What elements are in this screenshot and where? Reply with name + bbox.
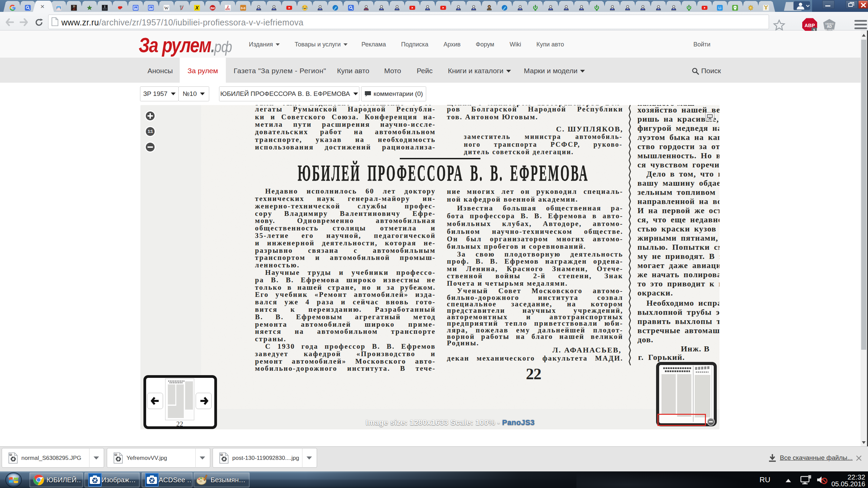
svg-text:X: X (195, 5, 199, 11)
svg-text:W: W (164, 5, 169, 11)
svg-text:JPG: JPG (9, 454, 13, 456)
svg-text:ВИ: ВИ (211, 6, 215, 10)
svg-text:ABP: ABP (805, 23, 815, 28)
svg-text:JPG: JPG (220, 454, 223, 456)
svg-text:JPG: JPG (114, 454, 118, 456)
svg-text:BERG: BERG (225, 8, 231, 11)
svg-text:AD: AD (827, 25, 832, 28)
svg-text:0-0: 0-0 (241, 6, 245, 10)
